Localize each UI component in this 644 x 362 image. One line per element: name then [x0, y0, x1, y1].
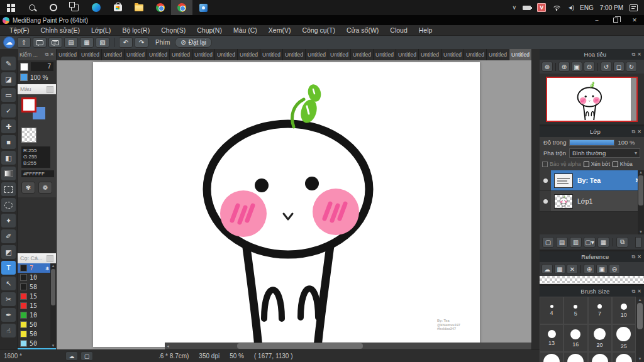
- scroll-thumb[interactable]: [237, 343, 363, 349]
- scroll-down-icon[interactable]: ▼: [52, 344, 55, 348]
- brush-size-value[interactable]: 7: [31, 62, 53, 71]
- popout-icon[interactable]: ⧉: [632, 288, 636, 295]
- eyedropper-tool[interactable]: ✒: [1, 308, 16, 322]
- add-1bit-layer-button[interactable]: ▥: [570, 237, 582, 248]
- brush-tool[interactable]: ✎: [1, 57, 16, 70]
- brush-size-cell[interactable]: [588, 352, 612, 362]
- document-tab[interactable]: Untitled: [79, 49, 101, 60]
- gradient-tool[interactable]: [1, 167, 16, 180]
- status-cloud-button[interactable]: ☁: [65, 351, 78, 361]
- brush-size-cell[interactable]: [612, 352, 636, 362]
- opacity-slider[interactable]: [569, 140, 614, 146]
- rotate-right-button[interactable]: ↻: [626, 62, 637, 72]
- layer-row[interactable]: By: Tea✻: [540, 170, 644, 191]
- brush-opacity-swatch[interactable]: [20, 74, 28, 81]
- status-new-button[interactable]: ▢: [80, 351, 93, 361]
- document-tab[interactable]: Untitled: [238, 49, 260, 60]
- comment-button[interactable]: [33, 37, 47, 48]
- material-button[interactable]: ▧: [96, 37, 109, 48]
- redo-button[interactable]: ↷: [135, 37, 148, 48]
- edge-icon[interactable]: [86, 0, 107, 15]
- chat-button[interactable]: [48, 37, 62, 48]
- brush-size-cell[interactable]: 5: [564, 297, 587, 324]
- document-tab[interactable]: Untitled: [192, 49, 214, 60]
- palette-edit-button[interactable]: ❁: [38, 182, 52, 194]
- timeline-button[interactable]: ▦: [80, 37, 94, 48]
- transparent-color-swatch[interactable]: [21, 128, 36, 143]
- scroll-thumb[interactable]: [51, 269, 55, 305]
- document-tab[interactable]: Untitled: [419, 49, 441, 60]
- popout-icon[interactable]: ⧉: [632, 129, 636, 135]
- reference-zoom-in-button[interactable]: ⊕: [584, 264, 595, 274]
- rotate-left-button[interactable]: ↺: [601, 62, 612, 72]
- scroll-thumb[interactable]: [637, 303, 643, 329]
- scroll-up-icon[interactable]: ▲: [639, 170, 643, 174]
- menu-item[interactable]: Tệp(F): [4, 25, 35, 36]
- reset-button[interactable]: ⊘ Đặt lại: [175, 37, 212, 48]
- document-tab[interactable]: Untitled: [328, 49, 350, 60]
- cortana-icon[interactable]: [43, 0, 64, 15]
- operation-tool[interactable]: ↖: [1, 277, 16, 290]
- brush-size-cell[interactable]: 20: [588, 324, 612, 352]
- add-layer-button[interactable]: ▢: [542, 237, 554, 248]
- minimize-button[interactable]: –: [587, 15, 606, 25]
- language-indicator[interactable]: ENG: [580, 4, 594, 11]
- select-tool[interactable]: [1, 182, 16, 196]
- close-icon[interactable]: ✕: [637, 129, 641, 135]
- palette-button[interactable]: ✾: [21, 182, 35, 194]
- brush-size-cell[interactable]: 4: [540, 297, 564, 324]
- select-pen-tool[interactable]: ✐: [1, 229, 16, 243]
- unikey-icon[interactable]: V: [537, 3, 546, 12]
- fill-rect-tool[interactable]: ■: [1, 135, 16, 149]
- layer-folder-button[interactable]: ▦: [597, 237, 609, 248]
- menu-item[interactable]: Help: [413, 25, 438, 36]
- layer-checkbox-xén-bớt[interactable]: Xén bớt: [584, 161, 610, 167]
- brush-size-scrollbar[interactable]: ▲ ▼: [636, 297, 644, 362]
- volume-icon[interactable]: ◄): [567, 4, 574, 11]
- menu-item[interactable]: Công cụ(T): [296, 25, 341, 36]
- reference-cloud-button[interactable]: ☁: [541, 264, 553, 274]
- horizontal-scrollbar[interactable]: ◂: [165, 343, 531, 349]
- scroll-up-icon[interactable]: ▲: [52, 264, 55, 268]
- lasso-select-tool[interactable]: [1, 198, 16, 212]
- scroll-thumb[interactable]: [638, 175, 643, 206]
- reference-clear-button[interactable]: ✕: [567, 264, 578, 274]
- maximize-button[interactable]: [606, 15, 625, 25]
- popout-icon[interactable]: ⧉: [45, 52, 49, 58]
- text-tool[interactable]: T: [1, 261, 16, 275]
- color-panel-menu-button[interactable]: [47, 86, 53, 93]
- zoom-in-button[interactable]: ⊕: [558, 62, 570, 72]
- foreground-color-swatch[interactable]: [21, 97, 36, 112]
- menu-item[interactable]: Cloud: [384, 25, 413, 36]
- close-icon[interactable]: ✕: [637, 254, 641, 260]
- brush-size-cell[interactable]: 13: [540, 324, 564, 352]
- menu-item[interactable]: Chụp(N): [191, 25, 228, 36]
- zoom-100-button[interactable]: ⊚: [541, 62, 553, 72]
- duplicate-layer-button[interactable]: ⧉: [616, 237, 628, 248]
- layer-list-scrollbar[interactable]: ▲▼: [638, 170, 644, 234]
- document-tab[interactable]: Untitled: [464, 49, 486, 60]
- document-button[interactable]: ▤: [64, 37, 78, 48]
- document-tab[interactable]: Untitled: [57, 49, 79, 60]
- layer-visibility-toggle[interactable]: [540, 170, 551, 190]
- scroll-up-icon[interactable]: ▲: [638, 298, 642, 302]
- brush-panel-menu-button[interactable]: [47, 255, 53, 262]
- document-tab[interactable]: Untitled: [396, 49, 418, 60]
- menu-item[interactable]: Xem(V): [263, 25, 297, 36]
- scroll-down-icon[interactable]: ▼: [639, 230, 643, 234]
- document-tab[interactable]: Untitled: [283, 49, 305, 60]
- menu-item[interactable]: Bộ lọc(R): [116, 25, 155, 36]
- chrome-icon[interactable]: [150, 0, 171, 15]
- layer-checkbox-bảo-vệ-alpha[interactable]: Bảo vệ alpha: [542, 161, 581, 167]
- navigator-view-rect[interactable]: [546, 77, 638, 122]
- dot-tool[interactable]: ✓: [1, 104, 16, 118]
- brush-opacity-value[interactable]: 100 %: [30, 74, 48, 81]
- move-tool[interactable]: ✚: [1, 119, 16, 133]
- magic-wand-tool[interactable]: ✦: [1, 214, 16, 228]
- popout-icon[interactable]: ⧉: [632, 254, 636, 260]
- menu-item[interactable]: Chọn(S): [155, 25, 191, 36]
- brush-size-cell[interactable]: 25: [612, 324, 636, 352]
- document-tab[interactable]: Untitled: [351, 49, 373, 60]
- layer-row[interactable]: Lớp1: [540, 191, 644, 212]
- scroll-down-icon[interactable]: ▼: [638, 357, 642, 361]
